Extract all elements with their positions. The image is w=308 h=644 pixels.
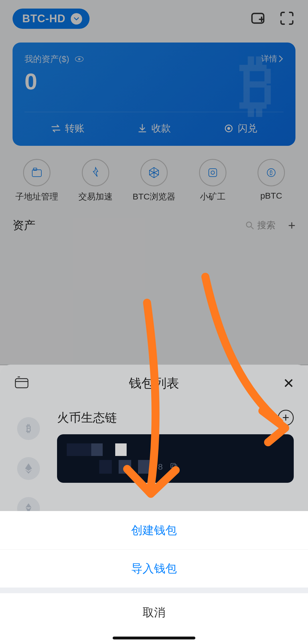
overlay-dim[interactable] <box>0 0 308 365</box>
home-indicator <box>113 637 195 639</box>
create-wallet-button[interactable]: 创建钱包 <box>0 511 308 549</box>
masked-name <box>67 443 127 456</box>
svg-rect-15 <box>171 463 175 468</box>
svg-text:₿: ₿ <box>26 423 31 434</box>
action-sheet: 创建钱包 导入钱包 取消 <box>0 511 308 644</box>
modal-title: 钱包列表 <box>129 375 179 392</box>
svg-rect-13 <box>15 379 28 388</box>
chain-label: 火币生态链 <box>57 410 117 426</box>
import-wallet-button[interactable]: 导入钱包 <box>0 549 308 588</box>
copy-icon[interactable] <box>170 462 178 471</box>
wallet-card[interactable]: 8 <box>57 434 294 483</box>
masked-address: 8 <box>67 460 284 474</box>
chain-eth[interactable] <box>17 457 40 480</box>
close-icon[interactable]: ✕ <box>283 375 294 391</box>
add-chain-wallet-button[interactable]: + <box>278 410 294 426</box>
wallet-list-icon[interactable] <box>14 376 30 391</box>
chain-btc[interactable]: ₿ <box>17 417 40 440</box>
svg-rect-16 <box>172 465 177 469</box>
cancel-button[interactable]: 取消 <box>0 593 308 631</box>
